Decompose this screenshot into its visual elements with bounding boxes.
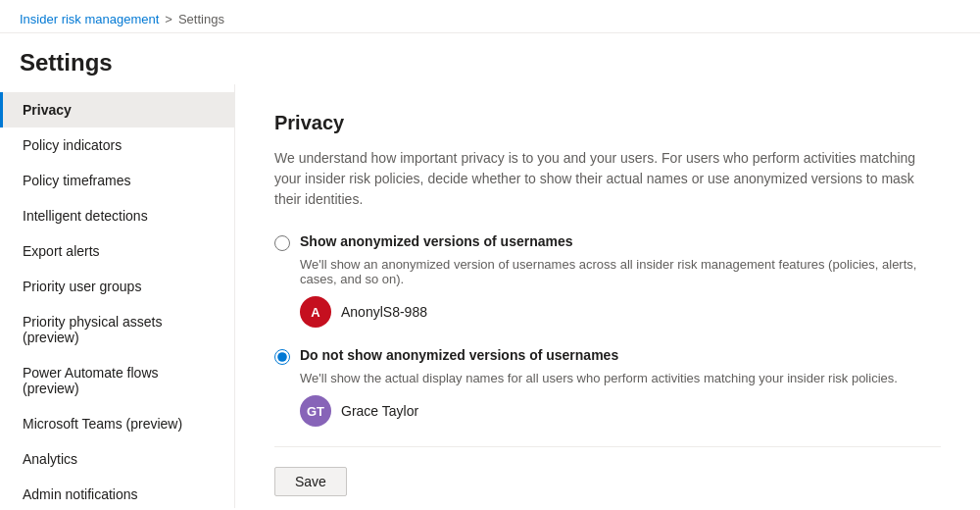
option2-row: Do not show anonymized versions of usern… [274,347,941,365]
sidebar-item-export-alerts[interactable]: Export alerts [0,233,234,269]
option1-username: AnonylS8-988 [341,304,427,320]
sidebar-item-policy-timeframes[interactable]: Policy timeframes [0,163,234,198]
breadcrumb-current: Settings [178,12,224,26]
breadcrumb: Insider risk management > Settings [20,12,960,26]
sidebar-item-analytics[interactable]: Analytics [0,441,234,477]
option2-avatar: GT [300,395,331,427]
sidebar-item-priority-user-groups[interactable]: Priority user groups [0,269,234,304]
breadcrumb-parent[interactable]: Insider risk management [20,12,159,26]
option1-description: We'll show an anonymized version of user… [300,257,941,286]
option1-avatar: A [300,296,331,328]
sidebar-item-policy-indicators[interactable]: Policy indicators [0,128,234,163]
sidebar-item-privacy[interactable]: Privacy [0,92,234,128]
sidebar-item-admin-notifications[interactable]: Admin notifications [0,477,234,508]
option1-row: Show anonymized versions of usernames [274,233,941,251]
option-anonymized: Show anonymized versions of usernames We… [274,233,941,328]
option1-user-row: A AnonylS8-988 [300,296,941,328]
page-title: Settings [20,49,960,76]
option2-description: We'll show the actual display names for … [300,371,941,385]
option2-radio[interactable] [274,349,290,365]
sidebar-item-microsoft-teams[interactable]: Microsoft Teams (preview) [0,406,234,441]
sidebar-item-intelligent-detections[interactable]: Intelligent detections [0,198,234,233]
option-not-anonymized: Do not show anonymized versions of usern… [274,347,941,427]
option1-radio[interactable] [274,235,290,251]
divider [274,446,941,447]
sidebar-item-priority-physical-assets[interactable]: Priority physical assets (preview) [0,304,234,355]
option2-user-row: GT Grace Taylor [300,395,941,427]
sidebar: Privacy Policy indicators Policy timefra… [0,84,235,508]
content-description: We understand how important privacy is t… [274,148,941,210]
content-area: Privacy We understand how important priv… [235,84,980,508]
option2-username: Grace Taylor [341,403,418,419]
option1-label[interactable]: Show anonymized versions of usernames [300,233,573,249]
content-title: Privacy [274,112,941,134]
breadcrumb-separator: > [165,12,172,26]
sidebar-item-power-automate-flows[interactable]: Power Automate flows (preview) [0,355,234,406]
option2-label[interactable]: Do not show anonymized versions of usern… [300,347,618,363]
save-button[interactable]: Save [274,467,347,496]
